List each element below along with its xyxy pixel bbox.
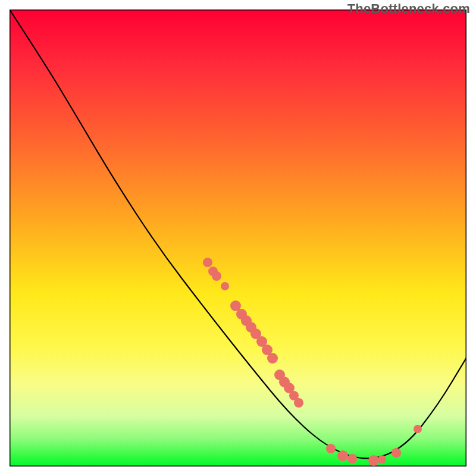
watermark-text: TheBottleneck.com [347,1,470,17]
marker-dot [414,425,422,433]
marker-dot [203,258,212,267]
marker-dot [221,282,229,290]
marker-dot [337,450,348,461]
bottleneck-curve [10,10,466,458]
marker-dot [378,455,386,464]
marker-dot [347,454,357,464]
chart-frame [10,10,466,466]
marker-dot [294,398,303,408]
chart-svg [10,10,466,466]
marker-dot [392,448,401,458]
marker-dot [368,455,379,466]
marker-dot [267,353,278,364]
bottleneck-chart: TheBottleneck.com [0,0,476,476]
marker-dot [212,271,221,281]
marker-dot [326,444,336,453]
